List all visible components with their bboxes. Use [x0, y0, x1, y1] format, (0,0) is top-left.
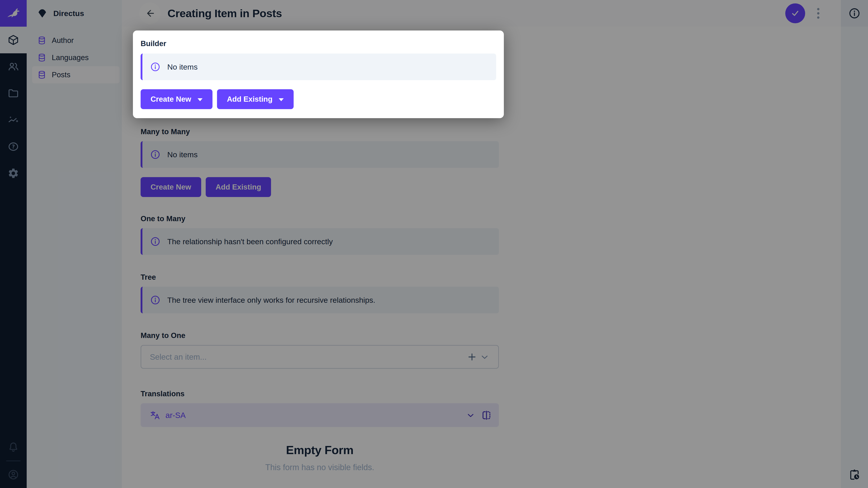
no-items-notice: No items	[141, 54, 496, 80]
create-new-dropdown-button[interactable]: Create New	[141, 89, 213, 109]
notice-text: No items	[167, 63, 197, 71]
button-row: Create New Add Existing	[141, 89, 496, 109]
button-label: Create New	[151, 95, 191, 103]
add-existing-dropdown-button[interactable]: Add Existing	[217, 89, 294, 109]
dropdown-caret-icon	[197, 98, 203, 101]
field-builder-raised-card: Builder No items Create New Add Existing	[133, 31, 504, 118]
directus-app: ? Dire	[0, 0, 868, 488]
info-icon	[150, 62, 160, 72]
field-label: Builder	[141, 39, 496, 48]
dropdown-caret-icon	[279, 98, 284, 101]
button-label: Add Existing	[227, 95, 273, 103]
